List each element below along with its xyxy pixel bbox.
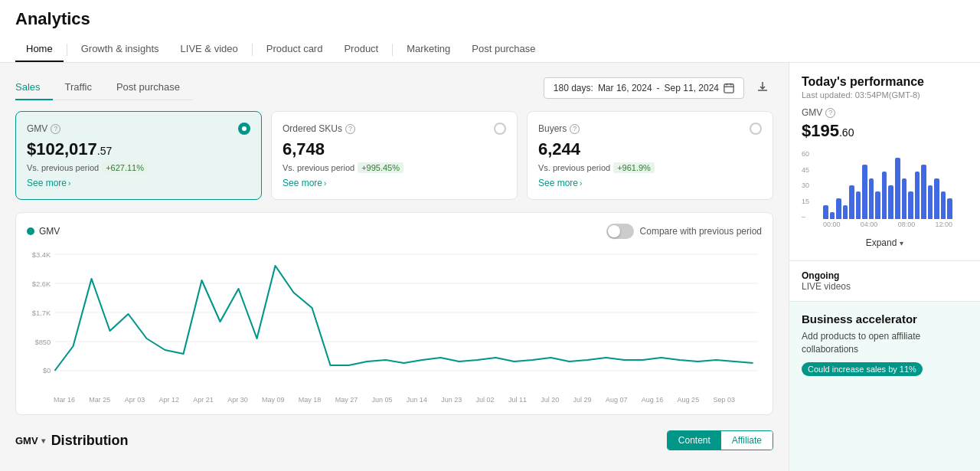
- metric-cents: .57: [97, 145, 112, 157]
- biz-title: Business accelerator: [802, 312, 968, 325]
- compare-toggle[interactable]: Compare with previous period: [606, 224, 762, 239]
- svg-rect-0: [724, 83, 733, 92]
- mini-chart-bars: [802, 150, 968, 219]
- nav-tab-product-card[interactable]: Product card: [256, 37, 334, 62]
- x-label: Jul 02: [476, 396, 495, 404]
- nav-tab-growth[interactable]: Growth & insights: [70, 37, 170, 62]
- mini-bar-13: [908, 191, 913, 219]
- legend-dot: [27, 227, 34, 235]
- x-label: May 27: [335, 396, 358, 404]
- mini-bar-7: [869, 178, 874, 219]
- bottom-left: GMV ▾ Distribution: [15, 433, 129, 449]
- ongoing-section: Ongoing LIVE videos: [789, 261, 980, 302]
- nav-tab-product[interactable]: Product: [333, 37, 389, 62]
- metric-value: 6,244: [538, 139, 762, 159]
- expand-button[interactable]: Expand ▾: [802, 237, 968, 248]
- x-label: Mar 16: [54, 396, 75, 404]
- app-container: Analytics HomeGrowth & insightsLIVE & vi…: [0, 0, 980, 471]
- vs-period: Vs. previous period +627.11%: [27, 162, 250, 173]
- nav-tab-live[interactable]: LIVE & video: [170, 37, 249, 62]
- mini-bar-8: [875, 191, 880, 219]
- sub-tab-post-purchase[interactable]: Post purchase: [104, 75, 192, 100]
- mini-bar-10: [888, 185, 893, 219]
- expand-chevron-icon: ▾: [900, 239, 903, 247]
- main-layout: SalesTrafficPost purchase 180 days: Mar …: [0, 63, 980, 471]
- metric-info-icon[interactable]: ?: [345, 124, 355, 134]
- metric-card-header: Ordered SKUs ?: [283, 123, 506, 135]
- mini-bar-14: [915, 172, 920, 219]
- x-label: Aug 25: [678, 396, 700, 404]
- metric-label: Buyers ?: [538, 123, 580, 134]
- gmv-info-icon[interactable]: ?: [825, 108, 835, 118]
- metric-radio[interactable]: [494, 123, 506, 135]
- mini-bar-6: [862, 165, 867, 219]
- nav-tab-home[interactable]: Home: [15, 37, 64, 62]
- right-gmv-label: GMV ?: [802, 107, 968, 118]
- bottom-section: GMV ▾ Distribution ContentAffiliate: [15, 424, 773, 450]
- see-more-link[interactable]: See more ›: [27, 178, 250, 188]
- chart-legend-label: GMV: [39, 226, 60, 237]
- toggle-switch[interactable]: [606, 224, 634, 239]
- distribution-title: Distribution: [51, 433, 129, 449]
- sub-tabs-row: SalesTrafficPost purchase 180 days: Mar …: [15, 75, 773, 100]
- metric-info-icon[interactable]: ?: [570, 124, 580, 134]
- biz-badge: Could increase sales by 11%: [802, 362, 923, 376]
- chart-container: GMV Compare with previous period $3.4K $…: [15, 212, 773, 415]
- ongoing-title: Ongoing: [802, 270, 968, 281]
- x-label: Aug 07: [606, 396, 628, 404]
- metric-card-buyers[interactable]: Buyers ? 6,244 Vs. previous period +961.…: [527, 111, 773, 200]
- svg-text:$0: $0: [43, 367, 51, 375]
- chart-x-labels: Mar 16 Mar 25 Apr 03 Apr 12 Apr 21 Apr 3…: [27, 394, 762, 404]
- chart-svg: $3.4K $2.6K $1.7K $850 $0: [27, 247, 762, 392]
- dist-tab-content[interactable]: Content: [668, 431, 721, 450]
- svg-text:$2.6K: $2.6K: [32, 280, 51, 288]
- date-start: Mar 16, 2024: [598, 83, 652, 93]
- chart-svg-wrap: $3.4K $2.6K $1.7K $850 $0: [27, 247, 762, 404]
- date-range-days: 180 days:: [554, 83, 593, 93]
- see-more-link[interactable]: See more ›: [283, 178, 506, 188]
- sub-tab-sales[interactable]: Sales: [15, 75, 53, 100]
- pct-badge: +627.11%: [102, 162, 148, 173]
- metric-value: 6,748: [283, 139, 506, 159]
- metric-card-ordered-skus[interactable]: Ordered SKUs ? 6,748 Vs. previous period…: [271, 111, 518, 200]
- calendar-icon: [724, 83, 734, 93]
- nav-tab-marketing[interactable]: Marketing: [396, 37, 461, 62]
- metric-card-header: GMV ?: [27, 123, 250, 135]
- see-more-chevron-icon: ›: [580, 179, 582, 188]
- right-panel-top: Today's performance Last updated: 03:54P…: [789, 63, 980, 261]
- mini-bar-16: [928, 185, 933, 219]
- metric-label: Ordered SKUs ?: [283, 123, 355, 134]
- mini-bar-12: [902, 178, 907, 219]
- mini-bar-1: [830, 212, 835, 219]
- metric-card-header: Buyers ?: [538, 123, 762, 135]
- pct-badge: +995.45%: [358, 162, 403, 173]
- chevron-down-icon[interactable]: ▾: [41, 437, 45, 445]
- dist-tab-affiliate[interactable]: Affiliate: [721, 431, 773, 450]
- mini-bar-0: [823, 205, 828, 219]
- vs-period: Vs. previous period +995.45%: [283, 162, 506, 173]
- page-title: Analytics: [15, 9, 965, 29]
- x-label: Sep 03: [713, 396, 735, 404]
- header: Analytics HomeGrowth & insightsLIVE & vi…: [0, 0, 980, 63]
- metric-info-icon[interactable]: ?: [51, 124, 60, 134]
- bottom-gmv-label: GMV ▾: [15, 435, 45, 446]
- date-range-button[interactable]: 180 days: Mar 16, 2024 - Sep 11, 2024: [544, 77, 744, 99]
- download-button[interactable]: [752, 76, 773, 100]
- sub-tab-traffic[interactable]: Traffic: [53, 75, 104, 100]
- x-label: May 18: [299, 396, 322, 404]
- svg-text:$850: $850: [34, 339, 51, 346]
- mini-bar-5: [856, 191, 861, 219]
- x-label: Aug 16: [642, 396, 664, 404]
- metric-card-gmv[interactable]: GMV ? $102,017.57 Vs. previous period +6…: [15, 111, 262, 200]
- metric-radio[interactable]: [750, 123, 762, 135]
- chart-legend: GMV: [27, 226, 60, 237]
- mini-bar-2: [836, 198, 841, 219]
- x-label: Jun 14: [407, 396, 427, 404]
- nav-tab-post-purchase[interactable]: Post purchase: [461, 37, 546, 62]
- mini-bar-3: [843, 205, 848, 219]
- date-end: Sep 11, 2024: [665, 83, 719, 93]
- mini-bar-19: [947, 198, 952, 219]
- metric-radio[interactable]: [238, 123, 250, 135]
- x-label: May 09: [262, 396, 285, 404]
- see-more-link[interactable]: See more ›: [538, 178, 762, 188]
